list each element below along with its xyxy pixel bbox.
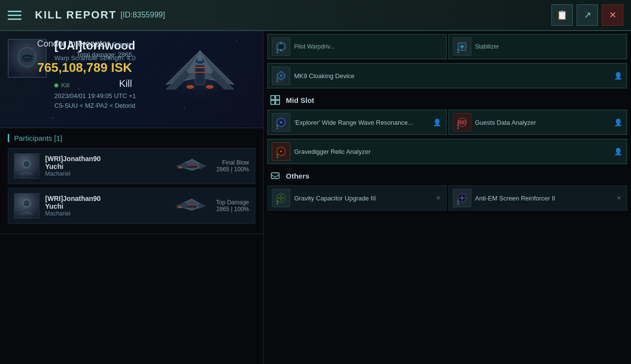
participants-title: Participants [1]: [8, 134, 255, 142]
eq-name-stabilizer: Stabilizer: [475, 43, 623, 50]
eq-item-pilotwarpdrive[interactable]: 1 Pilot Warpdriv...: [267, 34, 447, 59]
ship-image: [147, 41, 253, 118]
isk-value: 765,108,789 ISK: [37, 60, 132, 75]
svg-rect-28: [25, 202, 29, 204]
participants-section: Participants [1] [WRI]Jonathan90 Yuchi: [0, 128, 263, 234]
eq-x-gravitycapacitor[interactable]: ✕: [434, 194, 442, 202]
svg-point-44: [280, 75, 282, 77]
ship-name: Condor Interceptor Frigate: [37, 39, 132, 49]
mid-slot-icon: [269, 94, 281, 106]
others-row: 1 Gravity Capacitor Upgrade III ✕: [264, 183, 631, 213]
participant-1-ship: Machariel: [45, 170, 103, 177]
eq-item-gravitycapacitor[interactable]: 1 Gravity Capacitor Upgrade III ✕: [267, 185, 447, 211]
eq-icon-cloaking: [272, 66, 290, 85]
menu-button[interactable]: [8, 5, 27, 25]
share-button[interactable]: ↗: [577, 4, 598, 26]
eq-icon-gravedigger: [272, 142, 290, 161]
eq-name-cloaking: MK9 Cloaking Device: [294, 72, 609, 80]
svg-point-12: [206, 85, 214, 89]
eq-icon-antiem: [453, 189, 471, 207]
others-header: Others: [264, 166, 631, 183]
mid-slot-title: Mid Slot: [286, 96, 314, 104]
participant-card-2[interactable]: [WRI]Jonathan90 Yuchi Machariel Top: [8, 188, 255, 224]
close-button[interactable]: ✕: [602, 4, 623, 26]
participant-2-stats: Top Damage 2865 | 100%: [212, 199, 249, 213]
svg-point-36: [279, 44, 283, 49]
mid-slot-header: Mid Slot: [264, 90, 631, 108]
svg-marker-31: [199, 202, 206, 209]
copy-button[interactable]: 📋: [551, 4, 573, 26]
eq-person-icon-4: 👤: [613, 147, 623, 156]
eq-name-guestsdataanalyzer: Guests Data Analyzer: [475, 119, 610, 126]
eq-item-waveresonance[interactable]: 1 'Explorer' Wide Range Wave Resonance..…: [267, 110, 447, 135]
main-layout: [UAI]tornwood Warp Scramble Strength: 4.…: [0, 31, 631, 364]
eq-item-gravedigger[interactable]: 1 Gravedigger Relic Analyzer 👤: [267, 139, 627, 164]
participant-2-ship: Machariel: [45, 210, 103, 217]
ship-info-block: Condor Interceptor Frigate Total damage:…: [37, 39, 132, 89]
svg-point-34: [177, 206, 182, 208]
total-damage-label: Total damage: 2865: [37, 51, 132, 58]
svg-point-57: [280, 150, 282, 152]
others-title: Others: [286, 172, 309, 180]
svg-rect-48: [276, 100, 280, 104]
mid-slot-row1: 1 'Explorer' Wide Range Wave Resonance..…: [264, 108, 631, 137]
participant-1-stats: Final Blow 2865 | 100%: [213, 159, 249, 173]
kill-location: C5-SUU < MZ-PA2 < Detorid: [54, 102, 135, 109]
kill-datetime: 2023/04/01 19:49:05 UTC +1: [54, 92, 136, 99]
ship-class: Frigate: [113, 41, 132, 48]
participant-1-info: [WRI]Jonathan90 Yuchi Machariel: [45, 155, 103, 177]
participant-1-name: [WRI]Jonathan90 Yuchi: [45, 155, 103, 170]
page-title: KILL REPORT: [35, 9, 116, 21]
others-icon: [269, 170, 281, 182]
kill-banner: [UAI]tornwood Warp Scramble Strength: 4.…: [0, 31, 263, 128]
eq-person-icon-3: 👤: [613, 117, 623, 127]
mid-slot-row2: 1 Gravedigger Relic Analyzer 👤: [264, 137, 631, 166]
participant-2-ship-icon: [172, 197, 206, 215]
header: KILL REPORT [ID:8355999] 📋 ↗ ✕: [0, 0, 631, 31]
kill-id: [ID:8355999]: [120, 11, 165, 19]
eq-x-antiem[interactable]: ✕: [615, 194, 623, 202]
header-actions: 📋 ↗ ✕: [551, 4, 623, 26]
svg-rect-19: [25, 163, 29, 165]
svg-rect-45: [271, 96, 275, 99]
eq-icon-pilotwarpdrive: [272, 37, 290, 56]
eq-icon-waveresonance: [272, 113, 290, 132]
participant-avatar-2: [14, 193, 39, 218]
eq-person-icon-2: 👤: [432, 117, 442, 127]
svg-marker-22: [199, 163, 207, 169]
svg-rect-3: [24, 56, 30, 58]
eq-item-guestsdataanalyzer[interactable]: RIO 1 Guests Data Analyzer 👤: [448, 110, 628, 135]
participant-card[interactable]: [WRI]Jonathan90 Yuchi Machariel Fin: [8, 148, 255, 184]
participant-avatar-1: [14, 153, 39, 179]
eq-name-gravitycapacitor: Gravity Capacitor Upgrade III: [294, 195, 431, 202]
eq-icon-gravitycapacitor: [272, 189, 290, 207]
eq-icon-guestsdataanalyzer: RIO: [453, 113, 471, 132]
eq-item-stabilizer[interactable]: 1 Stabilizer: [448, 34, 628, 59]
svg-rect-47: [271, 100, 275, 104]
eq-person-icon: 👤: [613, 71, 623, 81]
right-panel: 1 Pilot Warpdriv... 1 Stabilizer: [263, 31, 631, 364]
eq-icon-stabilizer: [453, 37, 471, 56]
truncated-row: 1 Pilot Warpdriv... 1 Stabilizer: [264, 31, 631, 61]
svg-rect-60: [279, 197, 283, 199]
svg-rect-23: [187, 164, 197, 168]
participant-2-info: [WRI]Jonathan90 Yuchi Machariel: [45, 195, 103, 217]
svg-point-11: [186, 85, 194, 89]
eq-name-waveresonance: 'Explorer' Wide Range Wave Resonance...: [294, 119, 429, 126]
participant-1-ship-icon: [173, 157, 207, 175]
svg-rect-32: [187, 204, 197, 208]
eq-name-antiem: Anti-EM Screen Reinforcer II: [475, 195, 612, 202]
svg-rect-46: [276, 96, 280, 99]
kill-result: Kill: [37, 78, 132, 89]
svg-point-52: [281, 122, 282, 123]
eq-name-pilotwarpdrive: Pilot Warpdriv...: [294, 43, 442, 50]
svg-point-25: [178, 166, 183, 168]
cloaking-row: 1 MK9 Cloaking Device 👤: [264, 61, 631, 90]
eq-name-gravedigger: Gravedigger Relic Analyzer: [294, 148, 609, 155]
eq-item-antiem[interactable]: 1 Anti-EM Screen Reinforcer II ✕: [448, 185, 628, 211]
participant-2-name: [WRI]Jonathan90 Yuchi: [45, 195, 103, 210]
eq-item-cloaking[interactable]: 1 MK9 Cloaking Device 👤: [267, 63, 627, 88]
left-panel: [UAI]tornwood Warp Scramble Strength: 4.…: [0, 31, 263, 364]
